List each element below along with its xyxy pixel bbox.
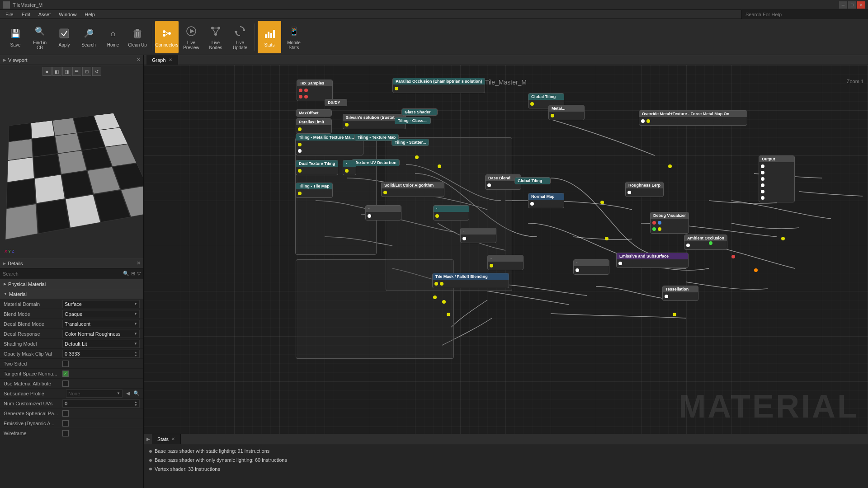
vp-mode-btn-6[interactable]: ↺ — [92, 67, 101, 76]
node-metal[interactable]: Metal... — [548, 105, 585, 120]
opacity-mask-clip-input[interactable]: 0.3333 ▲ ▼ — [62, 350, 140, 358]
use-material-attribute-checkbox[interactable] — [62, 380, 69, 387]
node-debug-viz[interactable]: Debug Visualizer — [650, 212, 689, 234]
vp-mode-btn-5[interactable]: ⊡ — [82, 67, 91, 76]
node-roughness-lerp[interactable]: Roughness Lerp — [625, 182, 664, 197]
pin-dot — [761, 183, 764, 187]
vp-mode-btn-2[interactable]: ◧ — [52, 67, 61, 76]
node-solid-lut[interactable]: Solid/Lut Color Algorithm — [381, 182, 444, 197]
live-nodes-button[interactable]: Live Nodes — [204, 21, 227, 53]
menu-help[interactable]: Help — [81, 11, 99, 18]
node-override-metal[interactable]: Override Metal+Texture - Force Metal Map… — [639, 110, 747, 126]
spin-up[interactable]: ▲ — [134, 351, 137, 354]
node-tessellation[interactable]: Tessellation — [662, 286, 698, 301]
tile-cell — [33, 153, 61, 178]
apply-button[interactable]: Apply — [52, 21, 76, 53]
spin-down[interactable]: ▼ — [134, 354, 137, 357]
search-button[interactable]: 🔎 Search — [77, 21, 100, 53]
node-output-1[interactable]: Output — [759, 155, 795, 202]
emissive-dynamic-checkbox[interactable] — [62, 420, 69, 427]
node-tiling-scatter[interactable]: Tiling - Scatter... — [392, 139, 429, 146]
details-close-button[interactable]: ✕ — [137, 260, 141, 266]
tab-graph-close[interactable]: ✕ — [169, 57, 172, 62]
num-customized-uvs-input[interactable]: 0 ▲ ▼ — [62, 399, 140, 408]
node-texture-uv[interactable]: Texture UV Distortion — [352, 159, 400, 166]
spin-up[interactable]: ▲ — [134, 400, 137, 404]
node-global-tiling-1[interactable]: Parallax Occlusion (Ehamloptrian's solut… — [392, 78, 485, 93]
node-small-5[interactable]: · — [487, 255, 524, 270]
node-dxdy[interactable]: DX/DY — [325, 99, 347, 106]
vp-mode-btn-4[interactable]: ☰ — [72, 67, 81, 76]
graph-canvas[interactable]: Tile_Master_M Zoom 1 — [144, 65, 868, 434]
details-filter-icon[interactable]: ▽ — [137, 271, 141, 277]
two-sided-checkbox[interactable] — [62, 361, 69, 367]
node-parallax-limit[interactable]: ParallaxLimit — [296, 118, 332, 134]
live-update-button[interactable]: Live Update — [228, 21, 252, 53]
vp-mode-btn-3[interactable]: ◨ — [62, 67, 71, 76]
subsurface-profile-dropdown[interactable]: None ▼ — [66, 389, 123, 398]
menu-window[interactable]: Window — [55, 11, 80, 18]
tab-stats-close[interactable]: ✕ — [171, 436, 175, 441]
app-icon — [3, 1, 10, 9]
find-in-cb-button[interactable]: 🔍 Find in CB — [28, 21, 52, 53]
blend-mode-dropdown[interactable]: Opaque ▼ — [62, 310, 140, 318]
tangent-space-normal-checkbox[interactable] — [62, 371, 69, 377]
viewport-canvas[interactable]: ■ ◧ ◨ ☰ ⊡ ↺ — [0, 65, 143, 258]
viewport-close-button[interactable]: ✕ — [137, 57, 141, 63]
node-small-3[interactable]: · — [433, 205, 469, 221]
node-small-1[interactable]: · — [343, 160, 356, 175]
mobile-stats-button[interactable]: 📱 Mobile Stats — [282, 21, 306, 53]
node-max-offset[interactable]: MaxOffset — [296, 109, 332, 117]
menu-asset[interactable]: Asset — [35, 11, 55, 18]
node-global-tiling-2[interactable]: Global Tiling — [514, 177, 551, 184]
tab-graph[interactable]: Graph ✕ — [146, 55, 178, 65]
node-glass-shader[interactable]: Glass Shader — [401, 108, 438, 116]
vp-mode-btn-1[interactable]: ■ — [42, 67, 52, 76]
save-button[interactable]: 💾 Save — [4, 21, 27, 53]
node-parallax-header[interactable]: Tex Samples — [297, 80, 333, 101]
node-ambient-occlusion[interactable]: Ambient Occlusion — [684, 235, 727, 250]
live-preview-button[interactable]: Live Preview — [179, 21, 203, 53]
search-help-input[interactable] — [745, 12, 864, 17]
decal-blend-mode-dropdown[interactable]: Translucent ▼ — [62, 320, 140, 328]
node-tessellation-label: Tessellation — [663, 286, 698, 292]
details-grid-icon[interactable]: ⊞ — [131, 271, 135, 277]
maximize-button[interactable]: □ — [848, 1, 856, 9]
decal-response-dropdown[interactable]: Color Normal Roughness ▼ — [62, 330, 140, 338]
menu-edit[interactable]: Edit — [18, 11, 34, 18]
node-tile-mask[interactable]: Tile Mask / Falloff Blending — [432, 273, 509, 288]
opacity-mask-clip-spinner[interactable]: ▲ ▼ — [134, 351, 137, 357]
wireframe-checkbox[interactable] — [62, 430, 69, 436]
connectors-button[interactable]: Connectors — [155, 21, 179, 53]
shading-model-dropdown[interactable]: Default Lit ▼ — [62, 340, 140, 348]
node-emissive-subsurface[interactable]: Emissive and Subsurface — [616, 253, 689, 268]
stats-button[interactable]: Stats — [258, 21, 281, 53]
spin-down[interactable]: ▼ — [134, 404, 137, 407]
material-domain-dropdown[interactable]: Surface ▼ — [62, 300, 140, 308]
subsurface-search-icon[interactable]: 🔍 — [133, 390, 140, 396]
node-normal-map[interactable]: Normal Map — [528, 193, 564, 208]
tab-stats[interactable]: Stats ✕ — [152, 434, 181, 444]
node-tiling-tile-map[interactable]: Tiling - Tile Map — [296, 183, 333, 198]
node-dual-texture[interactable]: Dual Texture Tiling — [296, 160, 338, 175]
node-small-2[interactable]: · — [365, 205, 401, 221]
node-small-6[interactable]: · — [573, 259, 609, 275]
clean-up-button[interactable]: Clean Up — [126, 21, 149, 53]
minimize-button[interactable]: ─ — [839, 1, 847, 9]
num-customized-uvs-spinner[interactable]: ▲ ▼ — [134, 400, 137, 407]
details-search-input[interactable] — [3, 271, 121, 277]
material-section[interactable]: ▼ Material — [0, 289, 143, 299]
close-button[interactable]: ✕ — [857, 1, 865, 9]
menu-file[interactable]: File — [2, 11, 17, 18]
details-search-icon[interactable]: 🔍 — [123, 271, 129, 277]
subsurface-pick-icon[interactable]: ◀ — [126, 390, 130, 396]
physical-material-section[interactable]: ▶ Physical Material — [0, 279, 143, 289]
node-small-4[interactable]: · — [460, 228, 496, 243]
pin-dot — [761, 164, 764, 168]
shading-model-arrow: ▼ — [134, 342, 137, 346]
node-tiling-glass[interactable]: Tiling - Glass... — [395, 117, 431, 124]
node-tiling-metallic[interactable]: Tiling - Metallic Texture Ma... — [296, 134, 363, 155]
generate-spherical-checkbox[interactable] — [62, 410, 69, 417]
node-small-4-body — [461, 235, 496, 243]
home-button[interactable]: ⌂ Home — [101, 21, 125, 53]
